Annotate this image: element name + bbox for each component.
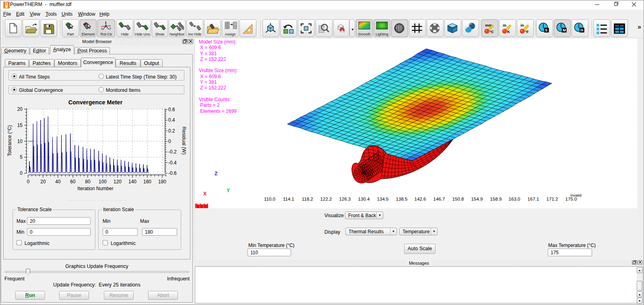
svg-text:40: 40 — [55, 179, 61, 185]
svg-text:°F: °F — [525, 29, 529, 34]
svg-text:100: 100 — [99, 179, 107, 185]
svg-text:y: y — [110, 27, 111, 30]
svg-text:Tolerance (°C): Tolerance (°C) — [7, 125, 12, 156]
svg-text:in: in — [520, 23, 524, 27]
svg-text:m: m — [503, 23, 506, 27]
svg-text:0: 0 — [168, 139, 171, 144]
svg-text:60: 60 — [70, 179, 76, 185]
svg-text:-0.6: -0.6 — [168, 170, 177, 176]
svg-text:Residual (W): Residual (W) — [181, 127, 187, 154]
svg-text:Iteration Number: Iteration Number — [77, 186, 113, 191]
svg-text:0: 0 — [20, 170, 23, 176]
svg-text:x: x — [101, 27, 103, 30]
svg-text:15: 15 — [17, 122, 23, 128]
svg-text:10: 10 — [17, 139, 23, 144]
svg-text:-0.4: -0.4 — [168, 160, 177, 166]
svg-text:80: 80 — [85, 179, 91, 185]
svg-text:20: 20 — [17, 106, 23, 112]
svg-text:-0.2: -0.2 — [168, 149, 177, 155]
svg-text:0.6: 0.6 — [168, 107, 175, 112]
svg-text:S: S — [545, 28, 547, 32]
svg-text:0.4: 0.4 — [168, 117, 175, 123]
svg-text:K: K — [507, 29, 510, 34]
svg-text:0: 0 — [27, 179, 30, 185]
svg-text:20: 20 — [40, 179, 46, 185]
svg-text:0.2: 0.2 — [168, 128, 175, 134]
svg-text:z: z — [105, 21, 106, 24]
svg-text:140: 140 — [128, 179, 136, 185]
svg-text:5: 5 — [20, 154, 23, 160]
svg-text:120: 120 — [114, 179, 122, 185]
svg-text:°C: °C — [489, 29, 494, 34]
svg-text:H: H — [580, 28, 583, 32]
svg-text:Convergence Meter: Convergence Meter — [68, 99, 123, 106]
svg-text:180: 180 — [158, 179, 166, 185]
svg-text:M: M — [563, 28, 566, 32]
svg-text:160: 160 — [143, 179, 151, 185]
